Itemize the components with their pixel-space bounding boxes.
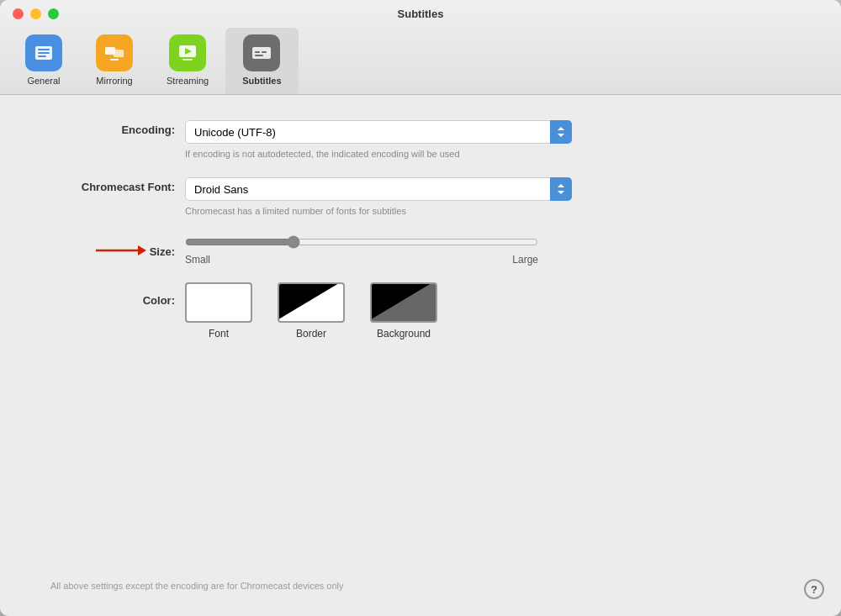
- color-label: Color:: [50, 282, 185, 307]
- color-border-label: Border: [296, 328, 326, 340]
- color-swatches: Font Border Background: [185, 282, 437, 340]
- svg-rect-9: [255, 55, 263, 56]
- maximize-button[interactable]: [48, 8, 59, 19]
- size-labels: Small Large: [185, 254, 538, 266]
- size-label: Size:: [150, 242, 175, 258]
- tab-mirroring-label: Mirroring: [96, 76, 132, 86]
- encoding-label: Encoding:: [50, 120, 185, 136]
- color-background-label: Background: [377, 328, 431, 340]
- app-window: Subtitles General: [0, 0, 841, 616]
- tab-general-label: General: [27, 76, 60, 86]
- svg-rect-2: [114, 50, 124, 57]
- svg-rect-5: [182, 59, 193, 61]
- toolbar: General Mirroring: [0, 28, 841, 94]
- encoding-hint: If encoding is not autodetected, the ind…: [185, 148, 572, 161]
- size-slider[interactable]: [185, 235, 538, 249]
- encoding-row: Encoding: Unicode (UTF-8) If encoding is…: [50, 120, 791, 161]
- encoding-select-wrapper: Unicode (UTF-8): [185, 120, 572, 144]
- window-title: Subtitles: [398, 8, 444, 20]
- background-swatch-box: [370, 282, 437, 323]
- border-swatch-box: [278, 282, 345, 323]
- general-icon: [25, 34, 62, 71]
- font-label: Chromecast Font:: [50, 177, 185, 193]
- color-font-swatch[interactable]: Font: [185, 282, 252, 340]
- font-select-wrapper: Droid Sans: [185, 177, 572, 201]
- tab-streaming-label: Streaming: [167, 76, 209, 86]
- footer-note: All above settings except the encoding a…: [50, 568, 791, 591]
- window-controls: [13, 8, 59, 19]
- size-row: Size: Small Large: [50, 235, 791, 266]
- size-arrow-icon: [96, 242, 146, 259]
- color-row: Color: Font Border Backgroun: [50, 282, 791, 340]
- size-max-label: Large: [512, 254, 538, 266]
- streaming-icon: [169, 34, 206, 71]
- font-hint: Chromecast has a limited number of fonts…: [185, 205, 572, 218]
- help-button[interactable]: ?: [804, 579, 824, 599]
- color-border-swatch[interactable]: Border: [278, 282, 345, 340]
- svg-marker-11: [138, 245, 146, 255]
- svg-rect-8: [262, 51, 267, 53]
- content-wrapper: Encoding: Unicode (UTF-8) If encoding is…: [0, 95, 841, 616]
- size-field: Small Large: [185, 235, 572, 266]
- font-swatch-box: [185, 282, 252, 323]
- tab-streaming[interactable]: Streaming: [150, 28, 225, 94]
- font-row: Chromecast Font: Droid Sans Chromecast h…: [50, 177, 791, 218]
- color-font-label: Font: [209, 328, 229, 340]
- svg-rect-6: [252, 47, 271, 59]
- font-field: Droid Sans Chromecast has a limited numb…: [185, 177, 572, 218]
- mirroring-icon: [96, 34, 133, 71]
- color-background-swatch[interactable]: Background: [370, 282, 437, 340]
- size-min-label: Small: [185, 254, 210, 266]
- content-area: Encoding: Unicode (UTF-8) If encoding is…: [0, 95, 841, 616]
- minimize-button[interactable]: [30, 8, 41, 19]
- tab-subtitles-label: Subtitles: [242, 76, 281, 86]
- tab-general[interactable]: General: [8, 28, 79, 94]
- tab-mirroring[interactable]: Mirroring: [79, 28, 150, 94]
- font-select[interactable]: Droid Sans: [185, 177, 572, 201]
- encoding-select[interactable]: Unicode (UTF-8): [185, 120, 572, 144]
- encoding-field: Unicode (UTF-8) If encoding is not autod…: [185, 120, 572, 161]
- title-bar: Subtitles General: [0, 0, 841, 95]
- subtitles-icon: [243, 34, 280, 71]
- close-button[interactable]: [13, 8, 24, 19]
- svg-rect-7: [255, 51, 260, 53]
- tab-subtitles[interactable]: Subtitles: [225, 28, 298, 94]
